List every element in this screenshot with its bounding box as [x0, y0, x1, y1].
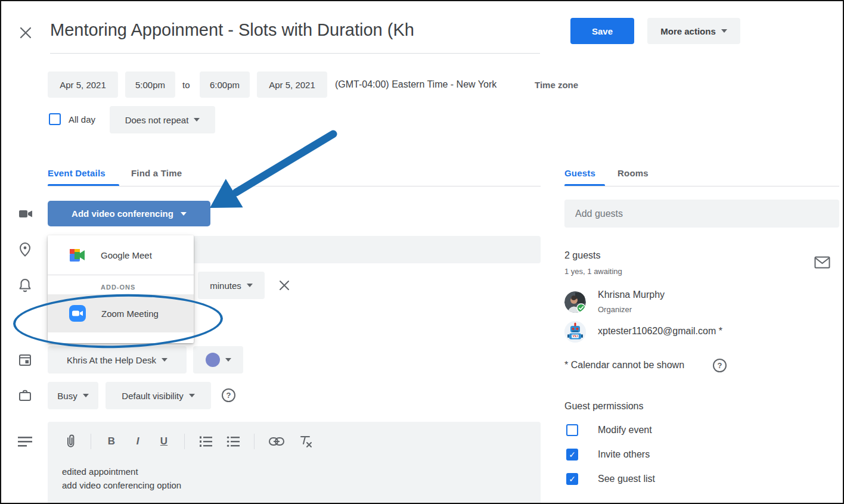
- accepted-check-icon: [576, 303, 586, 313]
- guest-count: 2 guests: [564, 250, 600, 261]
- zoom-meeting-label: Zoom Meeting: [101, 309, 159, 319]
- tab-event-details[interactable]: Event Details: [48, 168, 106, 178]
- attendee-role: Organizer: [598, 305, 632, 314]
- bell-icon: [18, 278, 32, 293]
- calendar-select-dropdown[interactable]: Khris At the Help Desk: [48, 346, 187, 374]
- toolbar-divider: [254, 434, 255, 449]
- all-day-label: All day: [69, 113, 95, 126]
- note-help-icon[interactable]: ?: [713, 359, 727, 372]
- rsvp-summary: 1 yes, 1 awaiting: [564, 267, 622, 276]
- visibility-dropdown[interactable]: Default visibility: [106, 382, 211, 409]
- permission-label: See guest list: [598, 474, 655, 484]
- recurrence-dropdown[interactable]: Does not repeat: [110, 106, 215, 133]
- visibility-value: Default visibility: [122, 391, 183, 401]
- guest-permissions-title: Guest permissions: [564, 401, 644, 412]
- bold-icon[interactable]: B: [106, 435, 117, 447]
- page-title[interactable]: Mentoring Appoinment - Slots with Durati…: [50, 20, 540, 40]
- more-actions-label: More actions: [660, 26, 716, 36]
- permission-label: Modify event: [598, 425, 652, 435]
- menu-item-google-meet[interactable]: Google Meet: [48, 235, 194, 275]
- calendar-select-value: Khris At the Help Desk: [67, 355, 156, 365]
- toolbar-divider: [184, 434, 185, 449]
- addons-section-label: ADD-ONS: [48, 275, 194, 294]
- avatar: [564, 321, 586, 343]
- video-camera-icon: [18, 206, 33, 222]
- bulleted-list-icon[interactable]: [226, 435, 240, 447]
- invite-others-checkbox[interactable]: [566, 449, 578, 461]
- calendar-icon: [18, 353, 32, 367]
- more-actions-button[interactable]: More actions: [647, 18, 740, 44]
- permission-label: Invite others: [598, 449, 650, 460]
- chevron-down-icon: [194, 118, 200, 122]
- timezone-button[interactable]: Time zone: [535, 71, 578, 98]
- tab-rooms[interactable]: Rooms: [618, 168, 648, 178]
- insert-link-icon[interactable]: [269, 437, 284, 446]
- all-day-checkbox[interactable]: [49, 113, 61, 125]
- event-color-dot: [206, 353, 220, 367]
- google-meet-icon: [69, 248, 85, 262]
- end-date-field[interactable]: Apr 5, 2021: [257, 71, 327, 98]
- see-guest-list-checkbox[interactable]: [566, 473, 578, 485]
- underline-icon[interactable]: U: [158, 435, 170, 447]
- event-color-dropdown[interactable]: [193, 346, 243, 374]
- italic-icon[interactable]: I: [132, 435, 144, 447]
- add-video-conferencing-button[interactable]: Add video conferencing: [48, 201, 210, 226]
- modify-event-checkbox[interactable]: [566, 424, 578, 436]
- toolbar-divider: [91, 434, 91, 449]
- attachment-icon[interactable]: [64, 434, 76, 449]
- tab-find-a-time[interactable]: Find a Time: [131, 168, 182, 178]
- start-time-field[interactable]: 5:00pm: [125, 71, 175, 98]
- to-label: to: [182, 71, 190, 98]
- save-button[interactable]: Save: [570, 18, 634, 44]
- list-item[interactable]: [564, 291, 586, 313]
- attendee-name: xptester110620@gmail.com *: [598, 326, 722, 337]
- add-guests-input[interactable]: [564, 200, 839, 228]
- numbered-list-icon[interactable]: [199, 435, 212, 447]
- timezone-value: (GMT-04:00) Eastern Time - New York: [335, 71, 497, 98]
- avatar: [564, 291, 586, 313]
- calendar-note: * Calendar cannot be shown: [564, 360, 684, 371]
- location-pin-icon: [18, 242, 32, 257]
- guest-tabs-divider: [564, 186, 839, 186]
- chevron-down-icon: [721, 29, 727, 33]
- annotation-arrow: [198, 123, 347, 216]
- zoom-icon: [69, 305, 86, 322]
- conferencing-menu: Google Meet ADD-ONS Zoom Meeting: [48, 235, 194, 343]
- recurrence-value: Does not repeat: [125, 115, 189, 125]
- email-guests-icon[interactable]: [814, 256, 830, 269]
- notification-unit-dropdown[interactable]: minutes: [198, 272, 265, 299]
- description-line: edited appointment: [62, 465, 541, 478]
- add-video-conferencing-label: Add video conferencing: [72, 209, 173, 219]
- busy-value: Busy: [57, 391, 77, 401]
- close-icon[interactable]: [18, 25, 33, 41]
- clear-formatting-icon[interactable]: [299, 435, 312, 448]
- title-underline: [50, 53, 540, 54]
- description-icon: [18, 436, 33, 448]
- chevron-down-icon: [189, 394, 195, 397]
- busy-dropdown[interactable]: Busy: [48, 382, 98, 409]
- visibility-help-icon[interactable]: ?: [222, 388, 235, 402]
- attendee-name: Khrisna Murphy: [598, 290, 665, 300]
- chevron-down-icon: [162, 358, 167, 362]
- notification-unit-value: minutes: [210, 281, 241, 291]
- briefcase-icon: [18, 388, 32, 403]
- menu-item-zoom-meeting[interactable]: Zoom Meeting: [48, 294, 194, 332]
- list-item[interactable]: [564, 321, 586, 343]
- editor-toolbar: B I U: [48, 422, 541, 449]
- chevron-down-icon: [83, 394, 89, 397]
- chevron-down-icon: [225, 358, 231, 362]
- start-date-field[interactable]: Apr 5, 2021: [48, 71, 118, 98]
- tab-guests[interactable]: Guests: [564, 168, 595, 178]
- remove-notification-icon[interactable]: [277, 278, 291, 293]
- google-meet-label: Google Meet: [101, 250, 152, 260]
- chevron-down-icon: [247, 284, 253, 287]
- tabs-divider: [48, 186, 541, 186]
- end-time-field[interactable]: 6:00pm: [200, 71, 250, 98]
- description-editor[interactable]: B I U edited appointment add video confe…: [48, 422, 541, 504]
- description-line: add video conferencing option: [62, 478, 541, 492]
- chevron-down-icon: [181, 212, 187, 216]
- event-edit-window: Mentoring Appoinment - Slots with Durati…: [0, 0, 844, 504]
